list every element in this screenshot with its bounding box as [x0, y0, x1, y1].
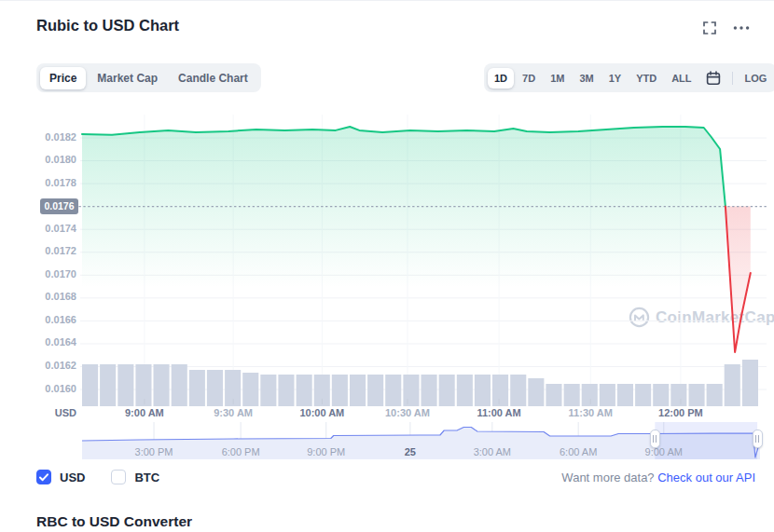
- y-tick: 0.0164: [22, 336, 76, 348]
- navigator-tick: 9:00 AM: [627, 446, 701, 457]
- y-tick: 0.0160: [22, 383, 76, 394]
- y-tick: 0.0170: [22, 268, 76, 280]
- x-tick: 9:00 AM: [103, 407, 187, 418]
- btc-checkbox-label: BTC: [134, 471, 159, 484]
- x-tick: 10:30 AM: [366, 407, 449, 418]
- y-tick: 0.0162: [22, 360, 76, 371]
- range-3m[interactable]: 3M: [573, 68, 600, 89]
- range-ytd[interactable]: YTD: [629, 68, 663, 89]
- tab-candle-chart[interactable]: Candle Chart: [169, 67, 257, 89]
- navigator-tick: 3:00 PM: [117, 446, 191, 457]
- navigator-tick: 25: [373, 446, 448, 457]
- y-tick: 0.0182: [22, 131, 76, 143]
- btc-toggle[interactable]: BTC: [111, 470, 159, 484]
- calendar-icon[interactable]: [700, 68, 726, 89]
- range-tabs: 1D 7D 1M 3M 1Y YTD ALL LOG: [484, 63, 774, 92]
- navigator-handle-left[interactable]: [650, 430, 660, 448]
- check-icon: [39, 473, 48, 482]
- y-tick: 0.0180: [22, 154, 76, 165]
- navigator-tick: 6:00 AM: [541, 446, 615, 457]
- x-tick: 12:00 PM: [639, 407, 723, 418]
- api-link[interactable]: Check out our API: [657, 471, 755, 484]
- api-promo: Want more data? Check out our API: [561, 471, 755, 484]
- price-chart-plot[interactable]: [82, 111, 760, 407]
- price-chart-card: Rubic to USD Chart Price Market Cap Cand…: [0, 0, 774, 532]
- navigator-tick: 3:00 AM: [455, 446, 530, 457]
- tab-market-cap[interactable]: Market Cap: [88, 67, 167, 89]
- tab-price[interactable]: Price: [40, 67, 86, 89]
- current-price-badge: 0.0176: [40, 198, 78, 214]
- api-promo-text: Want more data?: [561, 471, 654, 484]
- y-tick: 0.0172: [22, 245, 76, 256]
- converter-title: RBC to USD Converter: [36, 513, 192, 530]
- usd-checkbox-label: USD: [60, 471, 85, 484]
- range-all[interactable]: ALL: [665, 68, 698, 89]
- btc-checkbox[interactable]: [111, 470, 126, 484]
- fullscreen-icon[interactable]: [701, 20, 718, 35]
- y-tick: 0.0168: [22, 291, 76, 302]
- usd-checkbox[interactable]: [36, 470, 51, 484]
- x-tick: 9:30 AM: [191, 407, 275, 418]
- range-1m[interactable]: 1M: [544, 68, 571, 89]
- x-tick: 10:00 AM: [280, 407, 364, 418]
- toolbar-divider: [732, 72, 733, 85]
- more-options-icon[interactable]: [733, 20, 750, 35]
- page-title: Rubic to USD Chart: [36, 17, 179, 34]
- log-scale-toggle[interactable]: LOG: [739, 68, 774, 89]
- y-axis-unit-label: USD: [22, 407, 76, 418]
- y-tick: 0.0174: [22, 223, 76, 234]
- y-tick: 0.0166: [22, 314, 76, 325]
- range-7d[interactable]: 7D: [516, 68, 542, 89]
- x-tick: 11:30 AM: [548, 407, 632, 418]
- chart-type-tabs: Price Market Cap Candle Chart: [36, 63, 261, 92]
- navigator-tick: 6:00 PM: [203, 446, 278, 457]
- range-1d[interactable]: 1D: [488, 68, 514, 89]
- currency-toggles: USD BTC: [36, 470, 159, 484]
- x-tick: 11:00 AM: [457, 407, 541, 418]
- navigator-tick: 9:00 PM: [289, 446, 364, 457]
- navigator-handle-right[interactable]: [753, 430, 763, 448]
- usd-toggle[interactable]: USD: [36, 470, 85, 484]
- y-tick: 0.0178: [22, 177, 76, 188]
- range-1y[interactable]: 1Y: [602, 68, 628, 89]
